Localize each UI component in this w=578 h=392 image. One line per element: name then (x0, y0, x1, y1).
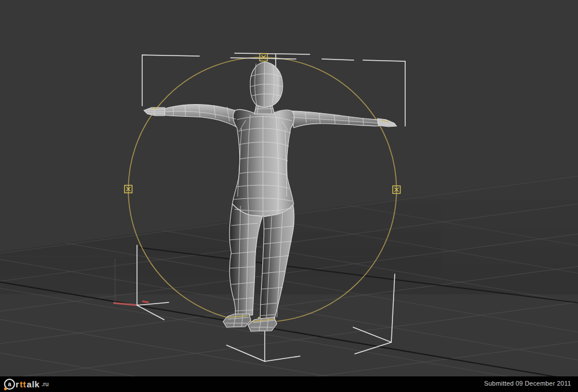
screenshot-root: a r tt alk .ru Submitted 09 December 201… (0, 0, 578, 392)
right-leg (260, 205, 294, 320)
left-arm (164, 104, 237, 127)
submitted-date-text: Submitted 09 December 2011 (484, 380, 571, 387)
arttalk-logo-icon: a (4, 379, 15, 390)
floor-grid (0, 143, 578, 392)
logo-text-part2: tt (20, 379, 26, 389)
logo-text-part1: r (16, 379, 19, 389)
logo-text-suffix: .ru (42, 381, 49, 387)
head (250, 62, 283, 107)
viewport-3d[interactable] (0, 0, 578, 392)
grid-axis-lines (0, 247, 578, 382)
scene-svg (0, 0, 578, 392)
arttalk-logo[interactable]: a r tt alk .ru (4, 379, 49, 390)
status-bar: a r tt alk .ru Submitted 09 December 201… (0, 376, 578, 392)
logo-circle-letter: a (8, 382, 12, 387)
right-arm (291, 111, 379, 128)
logo-text-part3: alk (27, 379, 39, 389)
logo-orange-dot-icon (4, 387, 7, 390)
